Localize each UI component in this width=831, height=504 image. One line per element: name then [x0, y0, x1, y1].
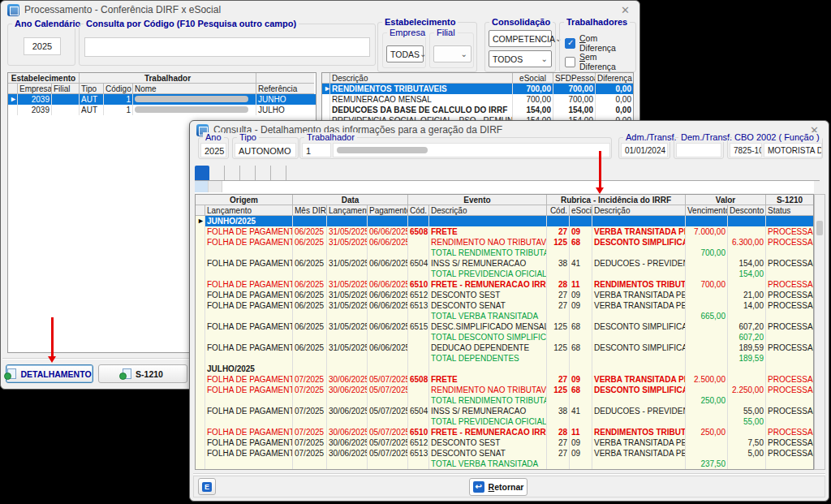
cell: 09: [570, 290, 592, 300]
detail-table-scrollbar[interactable]: [814, 194, 825, 470]
subtab[interactable]: [195, 181, 209, 192]
trabalhador-nome-input[interactable]: [333, 143, 610, 157]
table-row[interactable]: ► 2039 AUT 1 JUNHO: [8, 94, 316, 105]
ano-input[interactable]: 2025: [200, 143, 226, 157]
cell: [686, 269, 728, 279]
detail-row[interactable]: FOLHA DE PAGAMENTO 06/2025 31/05/2025 06…: [196, 279, 813, 290]
detail-row[interactable]: FOLHA DE PAGAMENTO 06/2025 31/05/2025 06…: [196, 321, 813, 332]
column-header: eSocial: [513, 73, 553, 84]
detail-row[interactable]: ► JUNHO/2025: [196, 216, 813, 226]
cell: DEDUCOES - PREVIDENCIA: [592, 406, 686, 416]
cell: FOLHA DE PAGAMENTO: [205, 321, 293, 332]
sem-diferenca-checkbox[interactable]: Sem Diferença: [565, 52, 635, 71]
row-marker-icon: [196, 332, 205, 342]
column-header: Pagamento: [368, 205, 408, 216]
tab[interactable]: [209, 166, 225, 180]
consulta-codigo-input[interactable]: [84, 37, 370, 57]
e-button[interactable]: E: [198, 478, 216, 495]
cbo-descricao-input[interactable]: MOTORISTA DE CAMI: [764, 143, 822, 157]
detail-row[interactable]: TOTAL VERBA TRANSITADA 665,00: [196, 311, 813, 321]
detail-row[interactable]: TOTAL DEPENDENTES 189,59: [196, 353, 813, 364]
column-header: SFDPessoal: [553, 73, 596, 84]
cell: [547, 332, 570, 342]
tab[interactable]: [240, 166, 256, 180]
consolidacao-select-2[interactable]: TODOS⌄: [489, 50, 552, 67]
cell: PROCESSADO: [766, 448, 813, 459]
detail-row[interactable]: FOLHA DE PAGAMENTO 06/2025 31/05/2025 06…: [196, 342, 813, 353]
close-icon[interactable]: [618, 3, 633, 17]
cbo-codigo-input[interactable]: 7825-10: [730, 143, 762, 157]
cell: [686, 216, 728, 226]
trabalhador-codigo-input[interactable]: 1: [302, 143, 331, 157]
cell: REMUNERACAO MENSAL: [330, 94, 513, 105]
cell: FOLHA DE PAGAMENTO: [205, 427, 293, 437]
adm-transf-input[interactable]: 01/01/2024: [621, 143, 668, 157]
detail-row[interactable]: TOTAL RENDIMENTO TRIBUTAVEL 250,00: [196, 395, 813, 406]
detail-row[interactable]: TOTAL VERBA TRANSITADA 237,50: [196, 459, 813, 469]
detail-row[interactable]: FOLHA DE PAGAMENTO 07/2025 30/06/2025 05…: [196, 406, 813, 416]
cell: [293, 332, 327, 342]
cell: VERBA TRANSITADA PELA: [592, 290, 686, 300]
consolidacao-select-1[interactable]: COMPETENCIA⌄: [489, 30, 552, 47]
cell: 607,20: [728, 332, 766, 342]
detail-row[interactable]: FOLHA DE PAGAMENTO 06/2025 31/05/2025 06…: [196, 290, 813, 300]
detail-row[interactable]: FOLHA DE PAGAMENTO 07/2025 30/06/2025 05…: [196, 437, 813, 448]
cell: VERBA TRANSITADA PELA: [592, 374, 686, 385]
detail-row[interactable]: FOLHA DE PAGAMENTO 06/2025 31/05/2025 06…: [196, 237, 813, 248]
cell: FOLHA DE PAGAMENTO: [205, 448, 293, 459]
consulta-codigo-group: Consulta por Código (F10 Pesquisa outro …: [79, 24, 376, 66]
filial-select[interactable]: ⌄: [433, 45, 471, 62]
tab[interactable]: [195, 166, 209, 180]
tab[interactable]: [225, 166, 240, 180]
table-row[interactable]: 2039 AUT 1 JULHO: [8, 105, 316, 115]
cell: [327, 459, 368, 469]
detail-row[interactable]: TOTAL DESCONTO SIMPLIFICADO 607,20: [196, 332, 813, 342]
detail-row[interactable]: FOLHA DE PAGAMENTO 06/2025 31/05/2025 06…: [196, 258, 813, 269]
table-row[interactable]: REMUNERACAO MENSAL 700,00 700,00 0,00: [322, 94, 633, 105]
detail-row[interactable]: FOLHA DE PAGAMENTO 07/2025 30/06/2025 05…: [196, 374, 813, 385]
retornar-button[interactable]: Retornar: [469, 478, 527, 496]
table-row[interactable]: DEDUCOES DA BASE DE CALCULO DO IRRF 154,…: [322, 105, 633, 115]
cell: 09: [570, 448, 592, 459]
row-marker-icon: [196, 448, 205, 459]
cell: DEDUCAO DEPENDENTE: [429, 342, 547, 353]
dem-transf-input[interactable]: [676, 143, 721, 157]
cell: [686, 385, 728, 395]
tipo-input[interactable]: AUTONOMO: [235, 143, 296, 157]
cell: 27: [547, 290, 570, 300]
cell: 6.300,00: [728, 237, 766, 248]
footer-separator: [193, 473, 825, 475]
cell: PROCESSADO: [766, 258, 813, 269]
titlebar-processamento[interactable]: Processamento - Conferência DIRF x eSoci…: [1, 1, 639, 19]
detail-row[interactable]: FOLHA DE PAGAMENTO 07/2025 30/06/2025 05…: [196, 427, 813, 437]
column-header: Descrição: [429, 205, 547, 216]
s1210-button[interactable]: S-1210: [98, 364, 187, 383]
tab[interactable]: [271, 166, 286, 180]
tab[interactable]: [256, 166, 271, 180]
estabelecimento-label: Estabelecimento: [382, 17, 458, 27]
table-row[interactable]: ► RENDIMENTOS TRIBUTAVEIS 700,00 700,00 …: [322, 84, 633, 94]
com-diferenca-checkbox[interactable]: Com Diferença: [565, 33, 635, 53]
cell: [293, 311, 327, 321]
subtab[interactable]: [209, 181, 222, 192]
cell: 0,00: [596, 105, 633, 115]
detail-row[interactable]: FOLHA DE PAGAMENTO 07/2025 30/06/2025 05…: [196, 385, 813, 395]
scrollbar-thumb[interactable]: [816, 221, 823, 235]
detail-row[interactable]: FOLHA DE PAGAMENTO 06/2025 31/05/2025 06…: [196, 300, 813, 311]
cell: 5,00: [728, 448, 766, 459]
ano-calendario-input[interactable]: 2025: [24, 37, 61, 55]
detail-row[interactable]: TOTAL PREVIDENCIA OFICIAL 55,00: [196, 416, 813, 427]
cbo-label: CBO 2002 ( Função ): [732, 132, 822, 142]
detail-row[interactable]: FOLHA DE PAGAMENTO 06/2025 31/05/2025 06…: [196, 226, 813, 237]
cell: AUT: [80, 105, 104, 115]
return-arrow-icon: [473, 481, 484, 493]
cell: 27: [547, 448, 570, 459]
empresa-select[interactable]: TODAS⌄: [386, 45, 424, 62]
detail-row[interactable]: TOTAL PREVIDENCIA OFICIAL 154,00: [196, 269, 813, 279]
detalhamento-button[interactable]: DETALHAMENTO: [6, 364, 93, 383]
cell: 6512: [408, 437, 429, 448]
detail-row[interactable]: FOLHA DE PAGAMENTO 07/2025 30/06/2025 05…: [196, 448, 813, 459]
detail-row[interactable]: TOTAL RENDIMENTO TRIBUTAVEL 700,00: [196, 248, 813, 258]
row-marker-icon: [196, 248, 205, 258]
detail-row[interactable]: JULHO/2025: [196, 364, 813, 374]
